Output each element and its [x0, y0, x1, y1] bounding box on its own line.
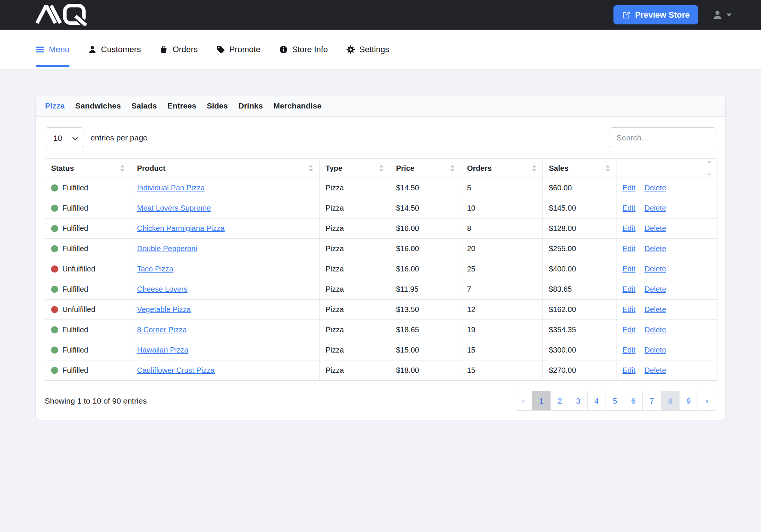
edit-link[interactable]: Edit	[622, 346, 635, 354]
preview-store-label: Preview Store	[635, 10, 690, 20]
delete-link[interactable]: Delete	[644, 224, 666, 232]
delete-link[interactable]: Delete	[644, 184, 666, 192]
price-cell: $11.95	[390, 279, 461, 300]
entries-per-page-select[interactable]: 10	[45, 127, 84, 148]
tab-drinks[interactable]: Drinks	[238, 101, 263, 110]
status-cell: Unfulfilled	[45, 259, 131, 279]
type-cell: Pizza	[319, 360, 390, 381]
column-header-product[interactable]: Product	[131, 159, 319, 178]
type-cell: Pizza	[319, 279, 390, 300]
nav-item-orders[interactable]: Orders	[159, 30, 197, 69]
sales-cell: $270.00	[543, 360, 616, 381]
status-label: Unfulfilled	[62, 265, 95, 273]
table-controls: 10 entries per page	[45, 127, 716, 148]
status-cell: Fulfilled	[45, 279, 131, 300]
status-dot	[51, 286, 58, 293]
tab-sides[interactable]: Sides	[207, 101, 228, 110]
app-header: Preview Store	[0, 0, 761, 30]
column-header-price[interactable]: Price	[390, 159, 461, 178]
product-link[interactable]: Vegetable Pizza	[137, 305, 191, 313]
user-menu[interactable]	[712, 9, 732, 21]
tab-salads[interactable]: Salads	[131, 101, 157, 110]
column-label: Type	[325, 164, 342, 173]
product-link[interactable]: Cheese Lovers	[137, 285, 188, 293]
bag-icon	[159, 45, 168, 54]
orders-cell: 10	[461, 198, 543, 219]
entries-summary: Showing 1 to 10 of 90 entries	[45, 396, 147, 405]
pagination-page-2[interactable]: 2	[551, 391, 569, 411]
status-cell: Fulfilled	[45, 340, 131, 360]
pagination-prev-button[interactable]: ‹	[514, 391, 532, 411]
delete-link[interactable]: Delete	[644, 326, 666, 334]
nav-item-customers[interactable]: Customers	[88, 30, 141, 69]
column-header-status[interactable]: Status	[45, 159, 131, 178]
product-cell: Hawaiian Pizza	[131, 340, 319, 360]
delete-link[interactable]: Delete	[644, 265, 666, 273]
status-dot	[51, 326, 58, 333]
column-header-type[interactable]: Type	[319, 159, 390, 178]
edit-link[interactable]: Edit	[622, 224, 635, 232]
status-dot	[51, 245, 58, 252]
pagination-page-4[interactable]: 4	[588, 391, 606, 411]
price-cell: $13.50	[390, 300, 461, 320]
edit-link[interactable]: Edit	[622, 285, 635, 293]
edit-link[interactable]: Edit	[622, 366, 635, 374]
column-header-sales[interactable]: Sales	[543, 159, 616, 178]
product-link[interactable]: 8 Corner Pizza	[137, 326, 187, 334]
nav-item-menu[interactable]: Menu	[36, 30, 69, 69]
pagination-page-8[interactable]: 8	[661, 391, 680, 411]
preview-store-button[interactable]: Preview Store	[613, 5, 698, 24]
edit-link[interactable]: Edit	[622, 204, 635, 212]
edit-link[interactable]: Edit	[622, 326, 635, 334]
product-link[interactable]: Hawaiian Pizza	[137, 346, 188, 354]
column-header-actions[interactable]	[616, 159, 717, 178]
nav-item-promote[interactable]: Promote	[216, 30, 261, 69]
nav-item-settings[interactable]: Settings	[346, 30, 389, 69]
nav-item-store-info[interactable]: Store Info	[279, 30, 328, 69]
pagination-page-1[interactable]: 1	[532, 391, 551, 411]
tab-merchandise[interactable]: Merchandise	[273, 101, 321, 110]
sales-cell: $255.00	[543, 239, 616, 259]
product-link[interactable]: Chicken Parmigiana Pizza	[137, 224, 225, 232]
tab-sandwiches[interactable]: Sandwiches	[75, 101, 121, 110]
nav-item-label: Menu	[49, 45, 69, 54]
status-dot	[51, 367, 58, 374]
app-logo[interactable]	[34, 4, 93, 26]
pagination-page-5[interactable]: 5	[606, 391, 624, 411]
sort-icon	[606, 165, 610, 172]
pagination-page-6[interactable]: 6	[624, 391, 643, 411]
status-label: Fulfilled	[62, 184, 88, 192]
delete-link[interactable]: Delete	[644, 285, 666, 293]
column-header-orders[interactable]: Orders	[461, 159, 543, 178]
edit-link[interactable]: Edit	[622, 265, 635, 273]
orders-cell: 19	[461, 320, 543, 340]
product-link[interactable]: Cauliflower Crust Pizza	[137, 366, 215, 374]
edit-link[interactable]: Edit	[622, 244, 635, 253]
pagination-next-button[interactable]: ›	[698, 391, 716, 411]
pagination-page-9[interactable]: 9	[680, 391, 698, 411]
delete-link[interactable]: Delete	[644, 305, 666, 313]
column-label: Price	[396, 164, 414, 173]
nav-item-label: Customers	[101, 45, 141, 54]
pagination-page-3[interactable]: 3	[569, 391, 588, 411]
tab-pizza[interactable]: Pizza	[45, 101, 65, 110]
product-link[interactable]: Individual Pan Pizza	[137, 184, 205, 192]
delete-link[interactable]: Delete	[644, 244, 666, 253]
sales-cell: $60.00	[543, 178, 616, 198]
delete-link[interactable]: Delete	[644, 366, 666, 374]
search-input[interactable]	[609, 127, 716, 148]
price-cell: $16.00	[390, 219, 461, 239]
product-link[interactable]: Meat Lovers Supreme	[137, 204, 211, 212]
product-link[interactable]: Taco Pizza	[137, 265, 173, 273]
edit-link[interactable]: Edit	[622, 305, 635, 313]
actions-cell: EditDelete	[616, 178, 717, 198]
delete-link[interactable]: Delete	[644, 346, 666, 354]
status-cell: Fulfilled	[45, 178, 131, 198]
sort-icon	[532, 165, 536, 172]
delete-link[interactable]: Delete	[644, 204, 666, 212]
pagination-page-7[interactable]: 7	[643, 391, 661, 411]
table-row: FulfilledMeat Lovers SupremePizza$14.501…	[45, 198, 717, 219]
product-link[interactable]: Double Pepperoni	[137, 244, 197, 253]
tab-entrees[interactable]: Entrees	[167, 101, 196, 110]
edit-link[interactable]: Edit	[622, 184, 635, 192]
